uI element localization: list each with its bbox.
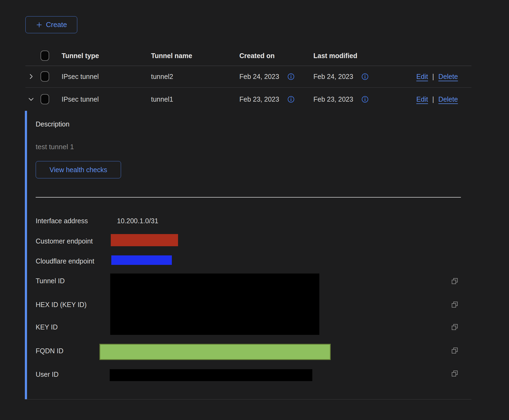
plus-icon [36,21,43,28]
table-row-tunnel1: IPsec tunnel tunnel1 Feb 23, 2023 Feb 23… [25,88,471,111]
copy-fqdn-id-button[interactable] [450,346,459,355]
copy-icon [451,369,459,378]
created-info-button[interactable] [287,95,295,103]
expanded-row-bottom-border [25,399,471,399]
copy-tunnel-id-button[interactable] [450,276,459,286]
info-icon [287,95,295,103]
hex-id-label: HEX ID (KEY ID) [36,301,86,309]
interface-address-label: Interface address [36,217,88,225]
header-created-on: Created on [239,52,275,59]
header-tunnel-type: Tunnel type [62,52,99,59]
copy-icon [451,346,459,355]
row-checkbox[interactable] [41,71,49,82]
info-icon [361,73,369,80]
action-separator: | [432,73,434,81]
chevron-right-icon [28,73,35,80]
expand-row-button[interactable] [28,73,35,80]
fqdn-id-label: FQDN ID [36,347,63,355]
key-id-label: KEY ID [36,323,58,331]
edit-link[interactable]: Edit [416,95,428,103]
action-separator: | [432,95,434,103]
created-on-cell: Feb 24, 2023 [239,73,279,81]
create-button[interactable]: Create [25,16,77,33]
table-header: Tunnel type Tunnel name Created on Last … [25,45,471,66]
copy-icon [451,277,459,285]
customer-endpoint-redacted-value [111,234,178,246]
description-label: Description [36,120,69,128]
fqdn-id-redacted-value [99,344,331,360]
create-button-label: Create [46,21,67,29]
copy-user-id-button[interactable] [450,369,459,378]
info-icon [287,73,295,80]
view-health-checks-button[interactable]: View health checks [36,161,121,178]
customer-endpoint-label: Customer endpoint [36,237,93,245]
info-icon [361,95,369,103]
tunnel-type-cell: IPsec tunnel [62,73,99,81]
collapse-row-button[interactable] [28,96,35,103]
tunnel-name-cell: tunnel1 [151,95,173,103]
cloudflare-endpoint-label: Cloudflare endpoint [36,257,94,265]
expanded-row-accent-bar [25,111,27,399]
panel-divider [36,197,461,198]
user-id-redacted-value [110,369,312,381]
interface-address-value: 10.200.1.0/31 [117,217,158,225]
modified-info-button[interactable] [361,73,369,80]
created-info-button[interactable] [287,73,295,80]
copy-icon [451,301,459,309]
header-last-modified: Last modified [313,52,357,59]
chevron-down-icon [28,96,35,103]
ids-redacted-value [110,274,319,335]
description-value: test tunnel 1 [36,143,74,151]
header-tunnel-name: Tunnel name [151,52,192,59]
copy-key-id-button[interactable] [450,322,459,332]
user-id-label: User ID [36,370,59,378]
tunnel-name-cell: tunnel2 [151,73,173,81]
row-checkbox[interactable] [41,94,49,104]
last-modified-cell: Feb 24, 2023 [313,73,353,81]
modified-info-button[interactable] [361,95,369,103]
copy-icon [451,323,459,331]
table-row-tunnel2: IPsec tunnel tunnel2 Feb 24, 2023 Feb 24… [25,66,471,88]
tunnel-type-cell: IPsec tunnel [62,95,99,103]
delete-link[interactable]: Delete [438,95,458,103]
created-on-cell: Feb 23, 2023 [239,95,279,103]
select-all-checkbox[interactable] [41,51,49,61]
last-modified-cell: Feb 23, 2023 [313,95,353,103]
tunnel-id-label: Tunnel ID [36,277,65,285]
edit-link[interactable]: Edit [416,73,428,81]
tunnels-page: Create Tunnel type Tunnel name Created o… [0,0,509,420]
cloudflare-endpoint-redacted-value [111,255,172,265]
delete-link[interactable]: Delete [438,73,458,81]
copy-hex-id-button[interactable] [450,300,459,309]
